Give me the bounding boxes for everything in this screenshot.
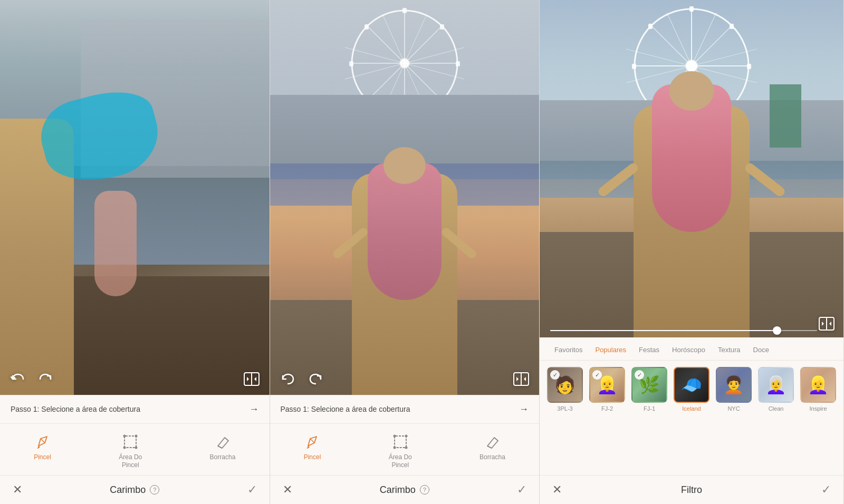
tab-festas[interactable]: Festas — [632, 344, 666, 356]
svg-point-8 — [123, 446, 126, 449]
cancel-button-3[interactable]: ✕ — [552, 483, 562, 497]
pincel-icon-2 — [304, 433, 321, 450]
filter-thumb-fj2: 👱‍♀️ ✓ — [589, 367, 625, 403]
filter-spl3[interactable]: 🧑 ✓ 3PL-3 — [544, 365, 586, 475]
svg-rect-58 — [648, 24, 653, 29]
undo-button-1[interactable] — [8, 370, 27, 389]
area-icon-2 — [392, 433, 409, 450]
tab-textura[interactable]: Textura — [712, 344, 747, 356]
filter-label-fj1: FJ-1 — [644, 405, 655, 412]
svg-point-9 — [135, 446, 138, 449]
filter-label-clean: Clean — [769, 405, 784, 412]
svg-rect-28 — [440, 24, 444, 30]
filter-thumb-iceland: 🧢 — [674, 367, 709, 403]
tab-horoscopo[interactable]: Horóscopo — [666, 344, 712, 356]
borracha-icon-1 — [214, 433, 231, 450]
filter-fj2[interactable]: 👱‍♀️ ✓ FJ-2 — [586, 365, 628, 475]
svg-line-35 — [310, 439, 314, 443]
slider-thumb[interactable] — [773, 326, 781, 335]
svg-point-7 — [135, 434, 138, 437]
compare-button-2[interactable] — [512, 370, 531, 389]
tool-borracha-2[interactable]: Borracha — [469, 433, 516, 462]
step-bar-1: Passo 1: Selecione a área de cobertura → — [0, 395, 270, 423]
tool-area-label-1: Área DoPincel — [119, 453, 142, 470]
filter-bottom-section: Favoritos Populares Festas Horóscopo Tex… — [540, 337, 843, 504]
panel-1: Passo 1: Selecione a área de cobertura →… — [0, 0, 270, 504]
slider-track[interactable] — [550, 330, 817, 331]
filter-inspire[interactable]: 👱‍♀️ Inspire — [797, 365, 839, 475]
tool-pincel-label-2: Pincel — [304, 453, 321, 462]
cancel-button-1[interactable]: ✕ — [13, 483, 22, 497]
tool-area-1[interactable]: Área DoPincel — [108, 433, 152, 470]
svg-line-41 — [487, 446, 492, 448]
info-icon-2[interactable]: ? — [420, 485, 429, 495]
step-text-1: Passo 1: Selecione a área de cobertura — [11, 405, 243, 413]
tool-pincel-1[interactable]: Pincel — [23, 433, 62, 462]
filter-check-spl3: ✓ — [550, 370, 560, 380]
svg-rect-59 — [730, 24, 734, 29]
tool-borracha-label-1: Borracha — [210, 453, 236, 462]
action-title-1: Carimbo — [110, 484, 146, 496]
tab-populares[interactable]: Populares — [589, 344, 632, 356]
step-text-2: Passo 1: Selecione a área de cobertura — [281, 405, 513, 413]
tab-favoritos[interactable]: Favoritos — [548, 344, 589, 356]
action-title-2: Carimbo — [380, 484, 416, 496]
compare-button-3[interactable] — [817, 314, 836, 333]
filter-label-fj2: FJ-2 — [601, 405, 613, 412]
svg-rect-57 — [747, 64, 751, 69]
filter-thumb-fj1: 🌿 ✓ — [631, 367, 667, 403]
filter-grid: 🧑 ✓ 3PL-3 👱‍♀️ ✓ FJ-2 🌿 ✓ FJ-1 — [540, 361, 843, 475]
svg-line-4 — [41, 439, 45, 443]
filter-label-nyc: NYC — [727, 405, 740, 412]
tool-area-2[interactable]: Área DoPincel — [378, 433, 423, 470]
svg-rect-56 — [632, 64, 636, 69]
svg-line-10 — [218, 446, 222, 448]
redo-button-1[interactable] — [36, 370, 55, 389]
area-icon-1 — [122, 433, 139, 450]
tab-doce[interactable]: Doce — [747, 344, 775, 356]
photo-canvas-1[interactable] — [0, 0, 270, 395]
tool-area-label-2: Área DoPincel — [389, 453, 412, 470]
check-button-1[interactable]: ✓ — [247, 483, 257, 497]
filter-clean[interactable]: 👩‍🦳 Clean — [755, 365, 797, 475]
svg-rect-54 — [689, 6, 694, 12]
filter-label-inspire: Inspire — [809, 405, 827, 412]
check-button-3[interactable]: ✓ — [821, 483, 831, 497]
tool-borracha-1[interactable]: Borracha — [199, 433, 246, 462]
action-bar-3: ✕ Filtro ✓ — [540, 475, 843, 504]
tool-bar-2: Pincel Área DoPincel Borrac — [270, 423, 540, 475]
check-button-2[interactable]: ✓ — [517, 483, 526, 497]
filter-iceland[interactable]: 🧢 Iceland — [670, 365, 713, 475]
svg-rect-36 — [395, 436, 406, 448]
borracha-icon-2 — [484, 433, 501, 450]
photo-canvas-3[interactable] — [540, 0, 843, 337]
action-label-2: Carimbo ? — [380, 484, 429, 496]
svg-rect-27 — [365, 24, 369, 30]
tool-bar-1: Pincel Área DoPincel Borrac — [0, 423, 270, 475]
step-arrow-1[interactable]: → — [250, 404, 259, 415]
action-label-1: Carimbo ? — [110, 484, 159, 496]
svg-rect-23 — [402, 8, 407, 13]
svg-point-39 — [393, 446, 396, 449]
tool-pincel-2[interactable]: Pincel — [293, 433, 332, 462]
filter-fj1[interactable]: 🌿 ✓ FJ-1 — [628, 365, 670, 475]
redo-button-2[interactable] — [306, 370, 325, 389]
filter-tabs: Favoritos Populares Festas Horóscopo Tex… — [540, 337, 843, 361]
compare-button-1[interactable] — [242, 370, 261, 389]
step-arrow-2[interactable]: → — [519, 404, 529, 415]
step-bar-2: Passo 1: Selecione a área de cobertura → — [270, 395, 540, 423]
slider-fill — [550, 330, 777, 331]
filter-thumb-clean: 👩‍🦳 — [758, 367, 794, 403]
undo-button-2[interactable] — [279, 370, 298, 389]
panel-3: Favoritos Populares Festas Horóscopo Tex… — [540, 0, 844, 504]
filter-nyc[interactable]: 🧑‍🦱 NYC — [713, 365, 755, 475]
filter-thumb-inspire: 👱‍♀️ — [800, 367, 836, 403]
action-label-3: Filtro — [681, 484, 702, 496]
filter-label-iceland: Iceland — [682, 405, 701, 412]
cancel-button-2[interactable]: ✕ — [283, 483, 292, 497]
info-icon-1[interactable]: ? — [150, 485, 159, 495]
filter-label-spl3: 3PL-3 — [557, 405, 572, 412]
photo-canvas-2[interactable] — [270, 0, 540, 395]
svg-point-37 — [393, 434, 396, 437]
filter-slider[interactable] — [550, 330, 817, 331]
